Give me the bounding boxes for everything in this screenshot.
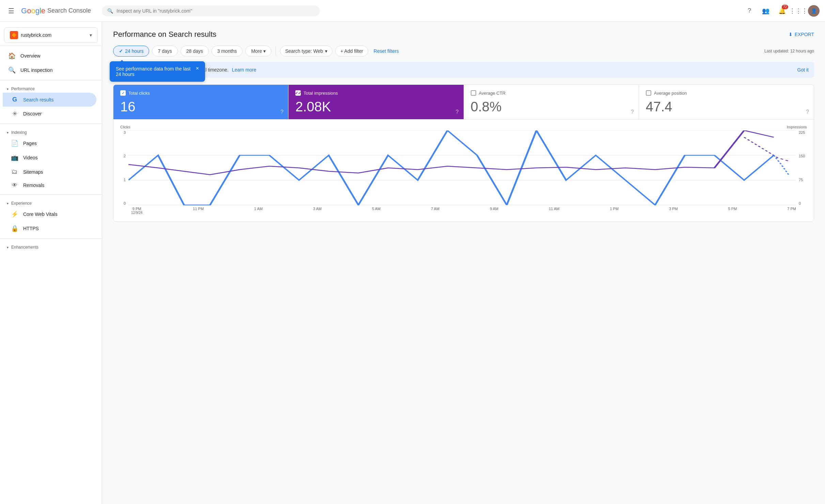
metric-checkbox[interactable] (646, 90, 651, 96)
url-search-input[interactable] (116, 8, 314, 14)
help-icon[interactable]: ? (743, 4, 756, 18)
performance-subnav: G Search results ✳ Discover (0, 93, 102, 121)
x-label: 11 AM (549, 207, 559, 215)
metric-name: Total clicks (128, 91, 150, 96)
people-icon[interactable]: 👥 (759, 4, 773, 18)
search-nav-icon: 🔍 (8, 66, 16, 74)
sidebar-item-https[interactable]: 🔒 HTTPS (3, 221, 96, 236)
experience-subnav: ⚡ Core Web Vitals 🔒 HTTPS (0, 207, 102, 236)
date-7d-label: 7 days (158, 48, 172, 54)
user-avatar[interactable]: 👤 (808, 5, 820, 17)
metric-name: Average position (654, 91, 687, 96)
sidebar-item-label: Pages (23, 141, 37, 146)
sidebar-item-label: Sitemaps (23, 169, 43, 175)
chevron-down-icon: ▾ (7, 131, 9, 135)
y-right-150: 150 (799, 154, 805, 158)
metric-label: Total clicks (120, 90, 281, 96)
page-title: Performance on Search results (113, 30, 216, 39)
property-selector[interactable]: 🔶 rustybrick.com ▾ (4, 27, 98, 43)
sidebar-item-videos[interactable]: 📺 Videos (3, 151, 96, 165)
metric-name: Total impressions (303, 91, 338, 96)
cwv-icon: ⚡ (11, 210, 18, 218)
topbar-actions: ? 👥 🔔 72 ⋮⋮⋮ 👤 (743, 4, 820, 18)
sidebar-section-experience[interactable]: ▾ Experience (0, 198, 102, 207)
sidebar-section-performance[interactable]: ▾ Performance (0, 83, 102, 93)
y-left-1: 1 (124, 178, 126, 182)
sidebar-item-core-web-vitals[interactable]: ⚡ Core Web Vitals (3, 207, 96, 221)
main-layout: 🔶 rustybrick.com ▾ 🏠 Overview 🔍 URL insp… (0, 22, 825, 237)
notification-badge: 72 (782, 5, 788, 9)
x-label: 9 AM (490, 207, 498, 215)
checkmark-icon: ✓ (119, 48, 123, 54)
metric-value: 16 (120, 99, 281, 114)
add-filter-button[interactable]: + Add filter (335, 46, 368, 57)
menu-icon[interactable]: ☰ (5, 4, 17, 18)
sidebar-divider-top (0, 46, 102, 46)
search-type-label: Search type: Web (285, 48, 323, 54)
x-label: 1 PM (610, 207, 619, 215)
metric-average-ctr[interactable]: Average CTR 0.8% ? (464, 85, 639, 119)
sidebar-item-label: Discover (23, 111, 42, 116)
impressions-line (128, 130, 774, 175)
export-label: EXPORT (795, 32, 814, 37)
tooltip-close-button[interactable]: × (196, 65, 199, 72)
learn-more-link[interactable]: Learn more (232, 67, 256, 73)
metrics-chart-section: Total clicks 16 ? ✓ Total impressions 2.… (113, 84, 814, 222)
search-type-filter[interactable]: Search type: Web ▾ (280, 46, 332, 57)
property-icon: 🔶 (10, 31, 18, 39)
sidebar-item-overview[interactable]: 🏠 Overview (0, 49, 96, 63)
sidebar-item-discover[interactable]: ✳ Discover (3, 107, 96, 121)
help-icon[interactable]: ? (806, 109, 809, 115)
metric-checkbox[interactable] (471, 90, 476, 96)
sidebar-item-label: Videos (23, 155, 38, 160)
metric-average-position[interactable]: Average position 47.4 ? (639, 85, 814, 119)
x-axis-labels: 9 PM 12/9/24 11 PM 1 AM 3 AM 5 AM 7 AM 9… (120, 205, 807, 215)
notifications-icon[interactable]: 🔔 72 (775, 4, 789, 18)
page-header: Performance on Search results ⬇ EXPORT (113, 30, 814, 39)
pages-icon: 📄 (11, 140, 18, 147)
metric-name: Average CTR (479, 91, 506, 96)
x-label: 11 PM (193, 207, 204, 215)
y-right-0: 0 (799, 201, 801, 205)
metric-total-impressions[interactable]: ✓ Total impressions 2.08K ? (289, 85, 464, 119)
chevron-down-icon: ▾ (325, 48, 327, 54)
google-logo: Google Search Console (21, 6, 91, 15)
sidebar-item-label: HTTPS (23, 226, 39, 231)
metric-total-clicks[interactable]: Total clicks 16 ? (113, 85, 289, 119)
help-icon[interactable]: ? (631, 109, 634, 115)
help-icon[interactable]: ? (456, 109, 459, 115)
filter-separator (276, 46, 276, 56)
sidebar-item-search-results[interactable]: G Search results (3, 93, 96, 107)
date-filter-7d[interactable]: 7 days (152, 46, 177, 57)
export-button[interactable]: ⬇ EXPORT (789, 32, 814, 37)
got-it-button[interactable]: Got it (797, 67, 809, 73)
sidebar-item-label: Search results (23, 97, 53, 103)
sidebar-section-indexing[interactable]: ▾ Indexing (0, 127, 102, 136)
removals-icon: 👁 (11, 182, 18, 188)
x-label: 7 AM (431, 207, 439, 215)
x-label: 5 PM (728, 207, 737, 215)
sitemaps-icon: 🗂 (11, 168, 18, 175)
metric-checkbox[interactable] (120, 90, 126, 96)
date-filter-more[interactable]: More ▾ (245, 46, 271, 57)
sidebar-item-url-inspection[interactable]: 🔍 URL inspection (0, 63, 96, 77)
help-icon[interactable]: ? (280, 109, 283, 115)
chevron-down-icon: ▾ (263, 48, 266, 54)
y-left-0: 0 (124, 201, 126, 205)
metric-checkbox[interactable]: ✓ (295, 90, 301, 96)
indexing-subnav: 📄 Pages 📺 Videos 🗂 Sitemaps 👁 Removals (0, 136, 102, 192)
info-banner: ℹ 24 hours data is displayed in your loc… (113, 62, 814, 78)
metric-value: 47.4 (646, 99, 807, 114)
date-filter-28d[interactable]: 28 days (181, 46, 209, 57)
date-filter-3m[interactable]: 3 months (212, 46, 243, 57)
apps-icon[interactable]: ⋮⋮⋮ (792, 4, 805, 18)
metric-label: ✓ Total impressions (295, 90, 456, 96)
metric-value: 2.08K (295, 99, 456, 114)
reset-filters-button[interactable]: Reset filters (371, 46, 402, 56)
sidebar-item-removals[interactable]: 👁 Removals (3, 179, 96, 192)
sidebar-item-label: URL inspection (20, 67, 52, 73)
sidebar-item-sitemaps[interactable]: 🗂 Sitemaps (3, 165, 96, 179)
date-filter-24h[interactable]: ✓ 24 hours (113, 46, 149, 57)
sidebar-item-pages[interactable]: 📄 Pages (3, 136, 96, 151)
url-search-bar[interactable]: 🔍 (102, 5, 320, 16)
